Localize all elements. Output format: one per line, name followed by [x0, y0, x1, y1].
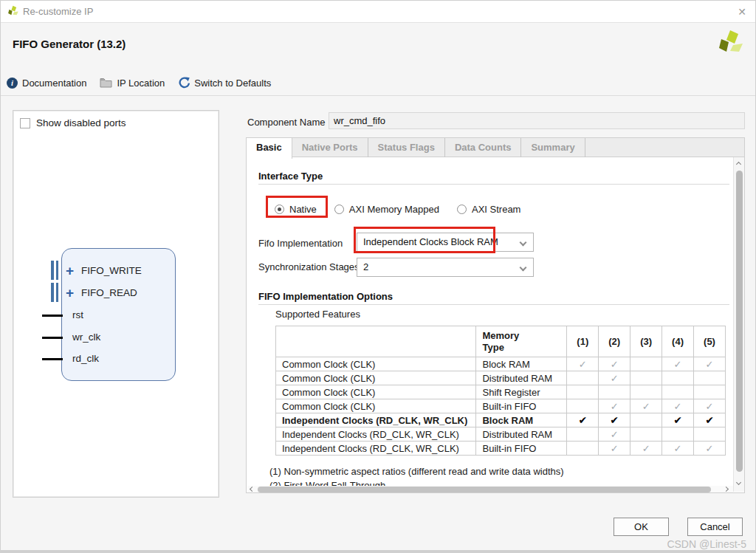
documentation-label: Documentation [22, 78, 86, 89]
page-title: FIFO Generator (13.2) [13, 38, 126, 50]
xilinx-logo-icon [7, 5, 19, 18]
radio-axi-stream-icon[interactable] [457, 205, 467, 214]
table-row: Common Clock (CLK)Shift Register [276, 385, 726, 399]
port-label: rd_clk [72, 353, 99, 364]
close-icon[interactable]: ✕ [735, 4, 749, 19]
table-row: Independent Clocks (RD_CLK, WR_CLK)Distr… [276, 427, 726, 442]
synchronization-stages-value: 2 [363, 261, 368, 272]
radio-native-icon[interactable] [275, 205, 284, 214]
radio-axi-stream-label: AXI Stream [472, 204, 520, 215]
feature-cell: Common Clock (CLK) [276, 371, 476, 385]
show-disabled-ports-checkbox[interactable] [20, 118, 30, 128]
table-row: Independent Clocks (RD_CLK, WR_CLK)Block… [276, 413, 726, 427]
tab-native-ports[interactable]: Native Ports [292, 138, 368, 157]
empty-cell [567, 399, 599, 413]
empty-cell [567, 442, 599, 456]
fifo-implementation-options-title: FIFO Implementation Options [258, 291, 393, 302]
show-disabled-ports-option[interactable]: Show disabled ports [20, 117, 126, 128]
expand-plus-icon[interactable]: + [66, 286, 74, 300]
checkmark-cell: ✔ [694, 413, 726, 427]
checkmark-cell: ✓ [630, 399, 662, 413]
empty-cell [567, 427, 599, 442]
empty-cell [630, 385, 662, 399]
scroll-left-icon[interactable] [250, 487, 255, 492]
tab-basic[interactable]: Basic [247, 138, 292, 159]
radio-axi-memory-mapped-icon[interactable] [334, 205, 344, 214]
titlebar: Re-customize IP ✕ [1, 1, 756, 23]
cancel-button[interactable]: Cancel [687, 518, 743, 536]
memory-type-column-header: Memory Type [476, 326, 567, 357]
tab-summary[interactable]: Summary [521, 138, 585, 157]
interface-type-group: Native AXI Memory Mapped AXI Stream [275, 204, 520, 215]
empty-cell [567, 371, 599, 385]
port-row: rd_clk [72, 353, 99, 364]
tab-data-counts[interactable]: Data Counts [445, 138, 522, 157]
port-stub [42, 358, 63, 360]
watermark: CSDN @Linest-5 [667, 538, 746, 550]
checkmark-cell: ✓ [694, 357, 726, 371]
scroll-up-icon[interactable] [736, 162, 741, 167]
empty-cell [630, 371, 662, 385]
feature-cell: Independent Clocks (RD_CLK, WR_CLK) [276, 442, 476, 456]
refresh-icon [178, 77, 190, 89]
scroll-down-icon[interactable] [736, 480, 741, 485]
ip-location-button[interactable]: IP Location [100, 78, 165, 89]
feature-cell: Independent Clocks (RD_CLK, WR_CLK) [276, 413, 476, 427]
switch-to-defaults-button[interactable]: Switch to Defaults [178, 77, 271, 89]
switch-to-defaults-label: Switch to Defaults [194, 78, 271, 89]
checkmark-cell: ✓ [599, 371, 630, 385]
feature-cell: Common Clock (CLK) [276, 385, 476, 399]
column-header-5: (5) [694, 326, 726, 357]
empty-cell [662, 385, 694, 399]
empty-cell [567, 385, 599, 399]
column-header-3: (3) [630, 326, 662, 357]
checkmark-cell: ✔ [567, 413, 599, 427]
chevron-down-icon [520, 264, 527, 272]
radio-axi-stream[interactable]: AXI Stream [457, 204, 520, 215]
basic-tab-panel: Interface Type Native AXI Memory Mapped … [246, 157, 745, 493]
folder-icon [100, 78, 112, 88]
xilinx-logo [715, 29, 745, 58]
horizontal-scrollbar[interactable] [247, 486, 733, 493]
table-row: Common Clock (CLK)Distributed RAM✓ [276, 371, 726, 385]
interface-label: FIFO_WRITE [81, 265, 142, 276]
feature-column-header [276, 326, 476, 357]
empty-cell [630, 427, 662, 442]
interface-row[interactable]: + FIFO_READ [66, 286, 137, 300]
ok-button[interactable]: OK [614, 518, 669, 536]
horizontal-scrollbar-thumb[interactable] [258, 487, 711, 492]
port-stub [42, 337, 63, 339]
checkmark-cell: ✓ [662, 399, 694, 413]
checkmark-cell: ✓ [599, 427, 630, 442]
fifo-implementation-select[interactable]: Independent Clocks Block RAM [357, 233, 534, 252]
radio-native[interactable]: Native [275, 204, 317, 215]
empty-cell [662, 371, 694, 385]
interface-label: FIFO_READ [81, 287, 137, 298]
memory-type-cell: Distributed RAM [476, 371, 567, 385]
memory-type-cell: Block RAM [476, 357, 567, 371]
scroll-right-icon[interactable] [724, 487, 729, 492]
vertical-scrollbar-thumb[interactable] [736, 171, 743, 472]
memory-type-cell: Built-in FIFO [476, 442, 567, 456]
divider [258, 184, 729, 185]
component-name-input[interactable]: wr_cmd_fifo [329, 112, 745, 129]
radio-axi-memory-mapped[interactable]: AXI Memory Mapped [334, 204, 439, 215]
chevron-down-icon [520, 239, 527, 247]
radio-native-label: Native [289, 204, 317, 215]
fifo-implementation-label: Fifo Implementation [258, 234, 343, 253]
documentation-button[interactable]: i Documentation [7, 78, 86, 89]
vertical-scrollbar[interactable] [733, 157, 744, 492]
page-edge [1, 550, 756, 553]
checkmark-cell: ✓ [694, 399, 726, 413]
supported-features-body: Common Clock (CLK)Block RAM✓✓✓✓Common Cl… [276, 357, 726, 456]
toolbar: i Documentation IP Location Switch to De… [7, 75, 271, 91]
interface-row[interactable]: + FIFO_WRITE [66, 264, 142, 278]
tab-status-flags[interactable]: Status Flags [368, 138, 445, 157]
synchronization-stages-select[interactable]: 2 [357, 258, 534, 277]
feature-cell: Common Clock (CLK) [276, 399, 476, 413]
empty-cell [599, 385, 630, 399]
port-stub [42, 315, 63, 317]
interface-type-title: Interface Type [258, 171, 323, 182]
port-label: rst [72, 309, 83, 320]
expand-plus-icon[interactable]: + [66, 264, 74, 278]
